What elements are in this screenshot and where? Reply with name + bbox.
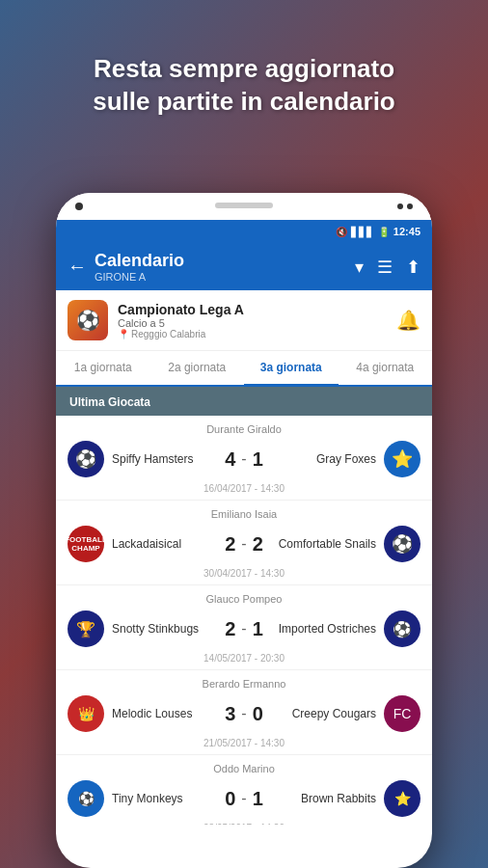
league-info: ⚽ Campionato Lega A Calcio a 5 📍 Regggio…	[56, 290, 432, 351]
match-referee: Durante Giraldo	[68, 423, 420, 435]
match-card: Berardo Ermanno 👑 Melodic Louses 3 - 0 C…	[56, 670, 432, 755]
match-card: Glauco Pompeo 🏆 Snotty Stinkbugs 2 - 1 I…	[56, 585, 432, 670]
app-bar-title: Calendario	[95, 251, 184, 271]
score-block: 0 - 1	[217, 788, 271, 810]
match-row: 🏆 Snotty Stinkbugs 2 - 1 Imported Ostric…	[68, 610, 420, 647]
phone-speaker	[215, 203, 273, 208]
sensor-dot-2	[407, 203, 413, 209]
app-bar-right: ▾ ☰ ⬆	[355, 257, 420, 278]
app-bar-left: ← Calendario GIRONE A	[68, 251, 184, 283]
battery-icon: 🔋	[378, 227, 390, 237]
team-away: Brown Rabbits ⭐	[271, 780, 420, 817]
team-home-name: Spiffy Hamsters	[112, 452, 193, 466]
match-referee: Emiliano Isaia	[68, 508, 420, 520]
score-home: 0	[225, 788, 235, 810]
tab-2a-giornata[interactable]: 2a giornata	[150, 351, 245, 385]
tab-3a-giornata[interactable]: 3a giornata	[244, 351, 339, 387]
team-away-name: Comfortable Snails	[279, 537, 376, 551]
status-bar: 🔇 ▋▋▋ 🔋 12:45	[56, 220, 432, 243]
team-home: ⚽ Spiffy Hamsters	[68, 441, 217, 477]
team-away: Imported Ostriches ⚽	[271, 610, 420, 647]
score-separator: -	[241, 450, 246, 468]
score-away: 1	[253, 448, 263, 471]
round-header: Ultima Giocata	[56, 387, 432, 416]
team-home: FOOTBALLCHAMP Lackadaisical	[68, 526, 217, 562]
team-away-name: Gray Foxes	[316, 452, 376, 466]
team-home-name: Tiny Monkeys	[112, 792, 183, 805]
hero-text: Resta sempre aggiornato sulle partite in…	[0, 53, 488, 119]
match-row: ⚽ Spiffy Hamsters 4 - 1 Gray Foxes ⭐	[68, 441, 420, 477]
tab-4a-giornata[interactable]: 4a giornata	[339, 351, 433, 385]
score-block: 2 - 1	[217, 618, 271, 640]
pin-icon: 📍	[118, 329, 129, 339]
score-separator: -	[241, 620, 246, 637]
score-home: 2	[225, 618, 235, 640]
team-away-name: Imported Ostriches	[279, 622, 376, 636]
phone-camera	[75, 203, 83, 210]
match-date: 30/04/2017 - 14:30	[68, 568, 420, 579]
team-home-name: Melodic Louses	[112, 707, 192, 720]
match-row: ⚽ Tiny Monkeys 0 - 1 Brown Rabbits ⭐	[68, 780, 420, 817]
team-logo-monkeys: ⚽	[68, 780, 104, 817]
team-away-name: Creepy Cougars	[292, 707, 376, 720]
score-home: 4	[225, 448, 235, 471]
league-type: Calcio a 5	[118, 317, 244, 329]
team-away-name: Brown Rabbits	[301, 792, 376, 805]
team-logo-melodic: 👑	[68, 695, 104, 732]
team-away: Comfortable Snails ⚽	[271, 526, 420, 562]
team-logo-ostriches: ⚽	[384, 610, 420, 647]
team-logo-rabbits: ⭐	[384, 780, 420, 817]
league-logo: ⚽	[68, 300, 108, 340]
score-home: 2	[225, 533, 235, 556]
score-home: 3	[225, 703, 235, 725]
match-referee: Berardo Ermanno	[68, 678, 420, 690]
team-logo-hamsters: ⚽	[68, 441, 104, 477]
tab-1a-giornata[interactable]: 1a giornata	[56, 351, 150, 385]
team-home-name: Lackadaisical	[112, 537, 181, 551]
match-referee: Oddo Marino	[68, 763, 420, 774]
status-time: 12:45	[393, 226, 420, 237]
match-date: 21/05/2017 - 14:30	[68, 738, 420, 748]
team-home: 👑 Melodic Louses	[68, 695, 217, 732]
score-block: 2 - 2	[217, 533, 271, 556]
league-left: ⚽ Campionato Lega A Calcio a 5 📍 Regggio…	[68, 300, 244, 340]
match-date: 14/05/2017 - 20:30	[68, 653, 420, 664]
phone-sensors	[397, 203, 413, 209]
mute-icon: 🔇	[336, 227, 347, 237]
team-away: Gray Foxes ⭐	[271, 441, 420, 477]
team-home: ⚽ Tiny Monkeys	[68, 780, 217, 817]
tabs: 1a giornata 2a giornata 3a giornata 4a g…	[56, 351, 432, 387]
match-list-scroll[interactable]: Ultima Giocata Durante Giraldo ⚽ Spiffy …	[56, 387, 432, 825]
sensor-dot-1	[397, 203, 403, 209]
score-separator: -	[241, 535, 246, 553]
dropdown-icon[interactable]: ▾	[355, 257, 364, 278]
phone-frame: 🔇 ▋▋▋ 🔋 12:45 ← Calendario GIRONE A ▾ ☰ …	[56, 193, 432, 868]
team-logo-foxes: ⭐	[384, 441, 420, 477]
score-away: 0	[253, 703, 263, 725]
share-icon[interactable]: ⬆	[406, 257, 420, 278]
back-button[interactable]: ←	[68, 256, 87, 278]
list-icon[interactable]: ☰	[377, 257, 393, 278]
match-row: FOOTBALLCHAMP Lackadaisical 2 - 2 Comfor…	[68, 526, 420, 562]
app-bar-subtitle: GIRONE A	[95, 271, 184, 283]
match-card: Emiliano Isaia FOOTBALLCHAMP Lackadaisic…	[56, 501, 432, 585]
score-separator: -	[241, 790, 246, 807]
team-away: Creepy Cougars FC	[271, 695, 420, 732]
team-logo-stinkbugs: 🏆	[68, 610, 104, 647]
camera-dot	[75, 203, 83, 210]
team-logo-cougars: FC	[384, 695, 420, 732]
bell-icon[interactable]: 🔔	[396, 309, 420, 332]
league-name: Campionato Lega A	[118, 302, 244, 317]
score-separator: -	[241, 705, 246, 722]
score-away: 1	[253, 618, 263, 640]
match-referee: Glauco Pompeo	[68, 593, 420, 605]
match-row: 👑 Melodic Louses 3 - 0 Creepy Cougars FC	[68, 695, 420, 732]
league-details: Campionato Lega A Calcio a 5 📍 Regggio C…	[118, 302, 244, 339]
match-card: Durante Giraldo ⚽ Spiffy Hamsters 4 - 1 …	[56, 416, 432, 501]
app-bar: ← Calendario GIRONE A ▾ ☰ ⬆	[56, 243, 432, 290]
match-date: 16/04/2017 - 14:30	[68, 483, 420, 494]
team-home-name: Snotty Stinkbugs	[112, 622, 199, 636]
team-home: 🏆 Snotty Stinkbugs	[68, 610, 217, 647]
score-block: 4 - 1	[217, 448, 271, 471]
team-logo-lackadaisical: FOOTBALLCHAMP	[68, 526, 104, 562]
